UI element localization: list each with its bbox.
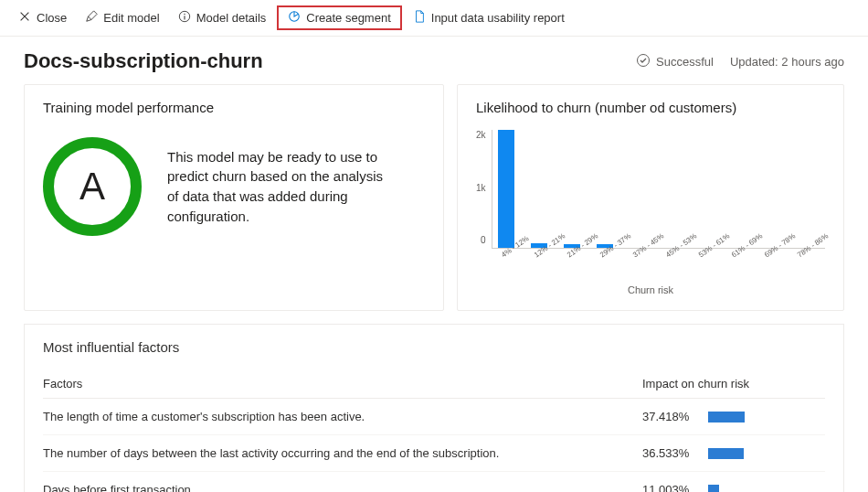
page-header: Docs-subscription-churn Successful Updat… — [0, 37, 868, 84]
edit-model-button[interactable]: Edit model — [78, 6, 166, 29]
col-factors: Factors — [43, 377, 82, 390]
segment-icon — [288, 10, 301, 26]
toolbar: Close Edit model Model details Create se… — [0, 0, 868, 37]
report-label: Input data usability report — [431, 11, 565, 25]
x-axis-title: Churn risk — [476, 284, 825, 295]
chart-area: 2k 1k 0 — [476, 130, 825, 249]
page-title: Docs-subscription-churn — [24, 49, 263, 73]
create-segment-button[interactable]: Create segment — [277, 5, 402, 30]
svg-point-1 — [184, 14, 185, 15]
factor-bar — [708, 485, 719, 493]
col-impact: Impact on churn risk — [642, 377, 825, 390]
factor-row: The length of time a customer's subscrip… — [43, 399, 825, 435]
factor-impact: 11.003% — [642, 483, 825, 492]
factor-impact: 37.418% — [642, 410, 825, 423]
factors-header: Factors Impact on churn risk — [43, 369, 825, 399]
pencil-icon — [85, 10, 98, 26]
chart-bar — [498, 130, 514, 248]
model-details-button[interactable]: Model details — [171, 6, 274, 29]
updated-text: Updated: 2 hours ago — [730, 55, 844, 69]
header-status-area: Successful Updated: 2 hours ago — [636, 53, 844, 70]
close-icon — [18, 10, 31, 26]
chart-plot — [492, 130, 825, 249]
close-label: Close — [37, 11, 67, 25]
info-icon — [178, 10, 191, 26]
svg-point-3 — [638, 54, 650, 66]
create-segment-label: Create segment — [306, 11, 391, 25]
document-icon — [413, 10, 426, 26]
factor-label: Days before first transaction. — [43, 483, 194, 492]
check-icon — [636, 53, 651, 70]
performance-body: A This model may be ready to use to pred… — [43, 130, 425, 252]
factor-pct: 37.418% — [642, 410, 697, 423]
edit-label: Edit model — [103, 11, 159, 25]
factors-title: Most influential factors — [43, 339, 825, 355]
factor-bar — [708, 412, 745, 422]
grade-letter: A — [79, 165, 105, 209]
factor-bar — [708, 448, 744, 459]
cards-row: Training model performance A This model … — [0, 84, 868, 311]
factor-label: The number of days between the last acti… — [43, 446, 499, 460]
factor-impact: 36.533% — [642, 446, 825, 460]
y-axis: 2k 1k 0 — [476, 130, 492, 249]
factors-card: Most influential factors Factors Impact … — [24, 324, 844, 492]
factor-pct: 11.003% — [642, 483, 697, 492]
performance-card: Training model performance A This model … — [24, 84, 444, 311]
factors-body: The length of time a customer's subscrip… — [43, 399, 825, 492]
y-tick: 2k — [476, 130, 486, 140]
status-badge: Successful — [636, 53, 714, 70]
factor-label: The length of time a customer's subscrip… — [43, 410, 365, 423]
usability-report-button[interactable]: Input data usability report — [406, 6, 572, 29]
factor-row: The number of days between the last acti… — [43, 435, 825, 472]
y-tick: 0 — [481, 235, 486, 245]
factor-pct: 36.533% — [642, 446, 697, 460]
factor-row: Days before first transaction. 11.003% — [43, 472, 825, 492]
grade-ring: A — [43, 137, 142, 236]
x-axis-labels: 4% - 12%12% - 21%21% - 29%29% - 37%37% -… — [476, 252, 825, 261]
chart-title: Likelihood to churn (number od customers… — [476, 100, 825, 115]
details-label: Model details — [196, 11, 267, 25]
performance-description: This model may be ready to use to predic… — [167, 147, 396, 227]
churn-chart-card: Likelihood to churn (number od customers… — [457, 84, 844, 311]
performance-title: Training model performance — [43, 100, 425, 115]
status-text: Successful — [656, 55, 714, 69]
y-tick: 1k — [476, 183, 486, 193]
close-button[interactable]: Close — [11, 6, 74, 29]
